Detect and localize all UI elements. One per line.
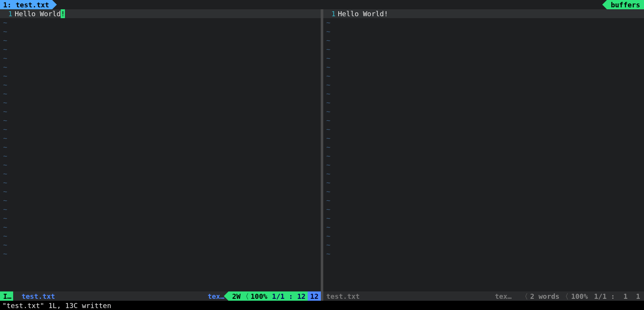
command-line-text: "test.txt" 1L, 13C written [2, 301, 111, 310]
empty-line-tilde: ~ [323, 27, 644, 36]
empty-line-tilde: ~ [323, 45, 644, 54]
empty-line-tilde: ~ [323, 18, 644, 27]
status-position: 1/1 : 1 1 [591, 291, 644, 301]
status-sep: : [285, 292, 297, 301]
empty-line-tilde: ~ [0, 89, 321, 98]
empty-line-tilde: ~ [323, 232, 644, 240]
empty-line-tilde: ~ [0, 214, 321, 223]
empty-line-tilde: ~ [0, 152, 321, 160]
empty-line-tilde: ~ [0, 80, 321, 89]
status-filename-text: test.txt [326, 292, 360, 301]
empty-line-tilde: ~ [323, 54, 644, 63]
status-wordcount: 2 words [530, 292, 560, 301]
line-text: Hello World! [338, 9, 388, 18]
empty-line-tilde: ~ [0, 27, 321, 36]
chevron-left-icon: 〈 [559, 292, 571, 301]
mode-label: I… [3, 292, 12, 301]
line-number: 1 [0, 9, 15, 18]
empty-line-tilde: ~ [0, 223, 321, 232]
empty-line-tilde: ~ [323, 36, 644, 45]
empty-line-tilde: ~ [0, 18, 321, 27]
empty-line-tilde: ~ [0, 232, 321, 240]
empty-line-tilde: ~ [0, 98, 321, 107]
status-col-highlight: 12 [308, 291, 321, 301]
status-position: 1/1 : 12 [271, 291, 308, 301]
empty-line-tilde: ~ [0, 125, 321, 134]
empty-line-tilde: ~ [323, 240, 644, 249]
status-spacer [363, 291, 492, 301]
empty-line-tilde: ~ [323, 116, 644, 125]
left-buffer[interactable]: 1 Hello World! ~~~~~~~~~~~~~~~~~~~~~~~~~… [0, 9, 321, 291]
command-line[interactable]: "test.txt" 1L, 13C written [0, 301, 644, 310]
empty-line-tilde: ~ [323, 125, 644, 134]
status-sep: : [607, 292, 623, 301]
empty-line-tilde: ~ [0, 36, 321, 45]
empty-line-tilde: ~ [323, 223, 644, 232]
empty-line-tilde: ~ [323, 152, 644, 160]
empty-line-tilde: ~ [0, 240, 321, 249]
status-filename-text: test.txt [22, 292, 55, 301]
status-filetype-text: tex… [495, 292, 511, 301]
empty-line-tilde: ~ [323, 63, 644, 72]
empty-line-tilde: ~ [323, 214, 644, 223]
status-line-total: 1/1 [594, 292, 607, 301]
empty-line-tilde: ~ [323, 187, 644, 196]
empty-line-tilde: ~ [323, 107, 644, 116]
empty-line-tilde: ~ [323, 98, 644, 107]
split-container: 1 Hello World! ~~~~~~~~~~~~~~~~~~~~~~~~~… [0, 9, 644, 301]
empty-line-tilde: ~ [0, 205, 321, 214]
status-filetype-text: tex… [208, 292, 224, 301]
empty-line-tilde: ~ [0, 160, 321, 169]
empty-line-tilde: ~ [323, 134, 644, 143]
empty-line-tilde: ~ [0, 134, 321, 143]
tab-bar: 1: test.txt buffers [0, 0, 644, 9]
text-line[interactable]: 1 Hello World! [323, 9, 644, 18]
mode-indicator: I… [0, 291, 13, 301]
status-col1: 1 [624, 292, 628, 301]
right-pane[interactable]: 1 Hello World! ~~~~~~~~~~~~~~~~~~~~~~~~~… [323, 9, 644, 301]
status-wordcount: 2W [232, 292, 241, 301]
text-line[interactable]: 1 Hello World! [0, 9, 321, 18]
status-col: 12 [297, 292, 306, 301]
chevron-left-icon: 〈 [240, 292, 250, 301]
empty-line-tilde: ~ [0, 143, 321, 152]
empty-line-tilde: ~ [323, 143, 644, 152]
buffer-tab-label: 1: test.txt [3, 0, 49, 9]
empty-line-tilde: ~ [0, 178, 321, 187]
left-pane[interactable]: 1 Hello World! ~~~~~~~~~~~~~~~~~~~~~~~~~… [0, 9, 321, 301]
empty-line-tilde: ~ [0, 54, 321, 63]
empty-line-tilde: ~ [0, 72, 321, 80]
empty-line-tilde: ~ [323, 80, 644, 89]
status-spacer [58, 291, 204, 301]
buffers-tag[interactable]: buffers [607, 0, 644, 9]
empty-line-tilde: ~ [0, 187, 321, 196]
empty-line-tilde: ~ [323, 160, 644, 169]
empty-line-tilde: ~ [323, 196, 644, 205]
empty-line-tilde: ~ [0, 249, 321, 258]
status-filetype: tex… [492, 291, 515, 301]
empty-line-tilde: ~ [323, 89, 644, 98]
chevron-left-icon: 〈 [519, 292, 530, 301]
empty-line-tilde: ~ [0, 63, 321, 72]
empty-line-tilde: ~ [0, 107, 321, 116]
status-percent: 100% [250, 292, 267, 301]
buffer-tab-1[interactable]: 1: test.txt [0, 0, 52, 9]
statusline-right: test.txt tex… 〈 2 words 〈 100% 1/1 : 1 [323, 291, 644, 301]
empty-line-tilde: ~ [323, 249, 644, 258]
status-line-total: 1/1 [272, 292, 285, 301]
empty-line-tilde: ~ [323, 178, 644, 187]
empty-line-tilde: ~ [0, 116, 321, 125]
buffers-tag-label: buffers [611, 0, 640, 9]
status-stats: 2W 〈 100% [228, 291, 271, 301]
editor-frame: 1: test.txt buffers 1 Hello World! ~~~~~… [0, 0, 644, 310]
empty-line-tilde: ~ [323, 169, 644, 178]
empty-line-tilde: ~ [0, 196, 321, 205]
status-gap [627, 292, 636, 301]
status-filename: test.txt [323, 291, 363, 301]
empty-line-tilde: ~ [323, 205, 644, 214]
status-col2: 1 [636, 292, 640, 301]
empty-line-tilde: ~ [323, 72, 644, 80]
status-percent: 100% [571, 292, 588, 301]
right-buffer[interactable]: 1 Hello World! ~~~~~~~~~~~~~~~~~~~~~~~~~… [323, 9, 644, 291]
line-text: Hello World [15, 9, 61, 18]
